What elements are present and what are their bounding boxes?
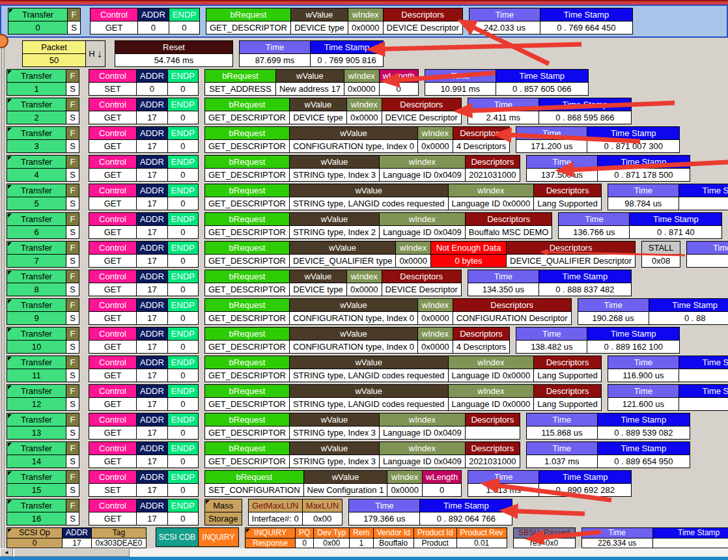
time-header[interactable]: Time [578, 299, 649, 312]
endp-header[interactable]: ENDP [168, 442, 198, 455]
tstamp-header[interactable]: Time Stamp [679, 385, 728, 398]
time-header[interactable]: Time [468, 270, 539, 283]
wvalue-header[interactable]: wValue [290, 127, 417, 140]
transfer-row-9[interactable]: Transfer9FSControlGETADDR17ENDP0bRequest… [0, 298, 728, 325]
tstamp-header[interactable]: Time Stamp [598, 413, 690, 427]
desc-header[interactable]: Descriptors [382, 270, 461, 283]
transfer-header[interactable]: Transfer [7, 385, 66, 398]
transfer-row-15[interactable]: Transfer15FSControlSETADDR17ENDP0bReques… [0, 470, 728, 497]
windex-header[interactable]: wIndex [380, 442, 465, 455]
f-header[interactable]: F [66, 299, 79, 312]
desc-header[interactable]: Descriptors [453, 299, 571, 312]
f-header[interactable]: F [66, 184, 79, 197]
windex-header[interactable]: wIndex [347, 98, 382, 111]
f-header[interactable]: F [66, 127, 79, 140]
ocell-header[interactable]: Product Rev [457, 528, 507, 539]
packet-row-50[interactable]: Packet50H↓Reset54.746 msTime87.699 msTim… [0, 40, 728, 67]
addr-header[interactable]: ADDR [137, 98, 167, 111]
windex-header[interactable]: wIndex [380, 156, 465, 169]
windex-header[interactable]: wIndex [344, 70, 379, 83]
tanred-header[interactable]: GetMaxLUN [249, 499, 302, 512]
transfer-header[interactable]: Transfer [8, 8, 67, 21]
time-header[interactable]: Time [468, 98, 539, 111]
wvalue-header[interactable]: wValue [291, 8, 348, 21]
time-header[interactable]: Time [608, 356, 679, 369]
control-header[interactable]: Control [89, 184, 136, 197]
tstamp-header[interactable]: Time Stamp [420, 499, 512, 512]
transfer-row-0[interactable]: Transfer0FSControlGETADDR0ENDP0bRequestG… [0, 5, 728, 38]
mass-header[interactable]: Mass [205, 499, 242, 512]
time-header[interactable]: Time [527, 156, 597, 169]
time-header[interactable]: Time [468, 471, 539, 484]
time-header[interactable]: Time [240, 41, 310, 54]
time-header[interactable]: Time [608, 184, 679, 197]
endp-header[interactable]: ENDP [168, 471, 198, 484]
wvalue-header[interactable]: wValue [290, 156, 379, 169]
control-header[interactable]: Control [89, 499, 136, 512]
brequest-header[interactable]: bRequest [205, 270, 289, 283]
notenough-header[interactable]: Not Enough Data [431, 242, 506, 255]
wvalue-header[interactable]: wValue [276, 70, 344, 83]
endp-header[interactable]: ENDP [169, 8, 199, 21]
control-header[interactable]: Control [89, 413, 136, 427]
tstamp-header[interactable]: Time Stamp [540, 8, 632, 21]
addr-header[interactable]: ADDR [137, 299, 167, 312]
wvalue-header[interactable]: wValue [290, 299, 417, 312]
horizontal-scrollbar[interactable]: ◄ [0, 548, 728, 557]
transfer-header[interactable]: Transfer [7, 442, 66, 455]
f-header[interactable]: F [66, 442, 79, 455]
tstamp-header[interactable]: Time Stamp [587, 328, 679, 341]
control-header[interactable]: Control [91, 8, 137, 21]
desc-header[interactable]: Descriptors [453, 328, 510, 341]
brequest-header[interactable]: bRequest [205, 98, 289, 111]
control-header[interactable]: Control [89, 471, 136, 484]
transfer-header[interactable]: Transfer [7, 328, 66, 341]
addr-header[interactable]: ADDR [137, 213, 167, 226]
desc-header[interactable]: Descriptors [466, 213, 552, 226]
tstamp-header[interactable]: Time Stamp [587, 127, 679, 140]
addr-header[interactable]: ADDR [138, 8, 169, 21]
wvalue-header[interactable]: wValue [304, 471, 387, 484]
tan-header[interactable]: Tag [92, 528, 146, 539]
transfer-header[interactable]: Transfer [7, 270, 66, 283]
desc-header[interactable]: Descriptors [466, 413, 520, 427]
reset-header[interactable]: Reset [115, 41, 232, 54]
scrollbar-thumb[interactable] [14, 548, 130, 557]
windex-header[interactable]: wIndex [449, 356, 534, 369]
time-header[interactable]: Time [469, 8, 540, 21]
transfer-row-11[interactable]: Transfer11FSControlGETADDR17ENDP0bReques… [0, 356, 728, 382]
wvalue-header[interactable]: wValue [290, 328, 417, 341]
brequest-header[interactable]: bRequest [205, 184, 289, 197]
windex-header[interactable]: wIndex [387, 471, 422, 484]
transfer-row-16[interactable]: Transfer16FSControlGETADDR17ENDP0MassSto… [0, 499, 728, 525]
ocell-header[interactable]: PQ [296, 528, 313, 539]
f-header[interactable]: F [66, 385, 79, 398]
tstamp-header[interactable]: Time Stamp [496, 70, 588, 83]
windex-header[interactable]: wIndex [396, 242, 430, 255]
transfer-row-5[interactable]: Transfer5FSControlGETADDR17ENDP0bRequest… [0, 184, 728, 210]
transfer-header[interactable]: Transfer [7, 213, 66, 226]
transfer-row-3[interactable]: Transfer3FSControlGETADDR17ENDP0bRequest… [0, 126, 728, 153]
endp-header[interactable]: ENDP [168, 213, 198, 226]
brequest-header[interactable]: bRequest [205, 471, 303, 484]
transfer-row-13[interactable]: Transfer13FSControlGETADDR17ENDP0bReques… [0, 413, 728, 440]
windex-header[interactable]: wIndex [418, 299, 453, 312]
desc-header[interactable]: Descriptors [534, 356, 601, 369]
addr-header[interactable]: ADDR [137, 127, 167, 140]
wvalue-header[interactable]: wValue [290, 356, 448, 369]
addr-header[interactable]: ADDR [137, 184, 167, 197]
windex-header[interactable]: wIndex [449, 385, 534, 398]
time-header[interactable]: Time [527, 413, 597, 427]
windex-header[interactable]: wIndex [380, 413, 465, 427]
wvalue-header[interactable]: wValue [290, 213, 379, 226]
windex-header[interactable]: wIndex [418, 328, 453, 341]
f-header[interactable]: F [66, 413, 79, 427]
time-header[interactable]: Time [527, 442, 597, 455]
windex-header[interactable]: wIndex [449, 184, 534, 197]
brequest-header[interactable]: bRequest [206, 8, 290, 21]
brequest-header[interactable]: bRequest [205, 328, 289, 341]
wvalue-header[interactable]: wValue [290, 442, 379, 455]
addr-header[interactable]: ADDR [137, 242, 167, 255]
brequest-header[interactable]: bRequest [205, 442, 289, 455]
transfer-row-7[interactable]: Transfer7FSControlGETADDR17ENDP0bRequest… [0, 241, 728, 268]
